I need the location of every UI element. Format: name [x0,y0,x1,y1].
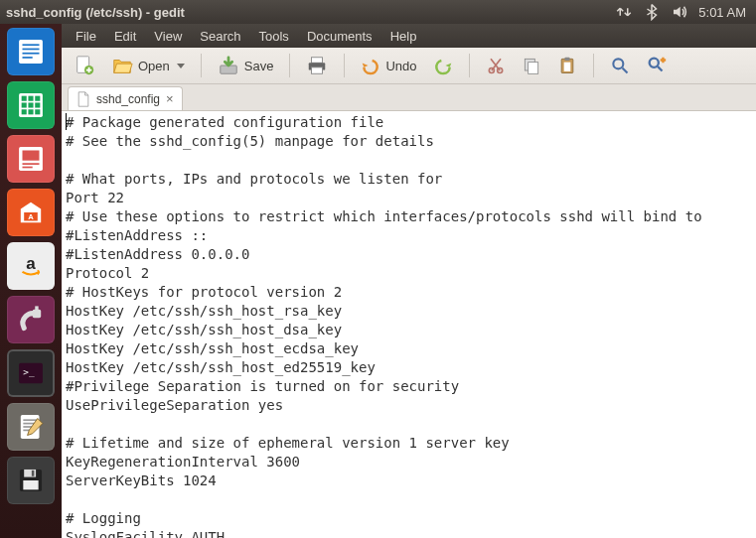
menu-view[interactable]: View [148,27,188,46]
launcher-writer[interactable] [7,28,55,75]
svg-text:>_: >_ [23,366,35,377]
svg-rect-11 [35,102,40,107]
redo-button[interactable] [429,54,457,77]
svg-rect-10 [28,102,33,107]
svg-rect-7 [28,96,33,101]
open-label: Open [138,59,170,73]
svg-point-48 [613,59,623,68]
bluetooth-icon[interactable] [643,3,661,21]
paste-button[interactable] [553,54,581,77]
gedit-window: File Edit View Search Tools Documents He… [62,24,756,538]
svg-point-49 [649,59,658,67]
menu-documents[interactable]: Documents [301,27,378,46]
svg-rect-47 [563,63,570,71]
open-dropdown-caret-icon[interactable] [177,64,185,68]
svg-rect-0 [19,40,43,64]
tab-label: sshd_config [96,92,160,106]
toolbar-separator [593,54,594,77]
svg-rect-4 [23,57,33,59]
tab-bar: sshd_config × [62,84,756,111]
launcher-gedit[interactable] [7,403,55,451]
svg-rect-44 [528,63,537,74]
menubar: File Edit View Search Tools Documents He… [62,24,756,48]
svg-rect-14 [35,109,40,114]
menu-search[interactable]: Search [194,27,246,46]
svg-text:a: a [26,254,36,273]
volume-icon[interactable] [671,3,688,21]
svg-rect-13 [28,109,33,114]
system-tray: 5:01 AM [615,3,756,21]
cut-button[interactable] [482,54,510,77]
svg-rect-34 [23,480,38,489]
copy-button[interactable] [518,54,545,77]
svg-rect-1 [23,44,40,46]
svg-rect-12 [22,109,27,114]
window-title: sshd_config (/etc/ssh) - gedit [6,5,185,20]
svg-rect-9 [22,102,27,107]
menu-help[interactable]: Help [384,27,423,46]
save-button[interactable]: Save [214,53,278,78]
svg-rect-16 [23,151,40,161]
undo-label: Undo [385,59,416,73]
svg-rect-27 [23,419,37,421]
svg-rect-23 [35,306,38,311]
svg-rect-17 [23,163,40,165]
network-icon[interactable] [615,3,633,21]
launcher-settings[interactable] [7,296,55,343]
svg-rect-6 [22,96,27,101]
svg-text:A: A [28,212,34,221]
launcher-calc[interactable] [7,81,55,129]
top-panel: sshd_config (/etc/ssh) - gedit 5:01 AM [0,0,756,24]
menu-tools[interactable]: Tools [253,27,295,46]
find-button[interactable] [606,54,634,77]
open-button[interactable]: Open [107,53,189,78]
svg-rect-3 [23,53,40,55]
toolbar-separator [289,54,290,77]
print-button[interactable] [302,53,332,78]
svg-rect-40 [312,67,323,73]
svg-rect-8 [35,96,40,101]
toolbar-separator [344,54,345,77]
save-label: Save [244,59,274,73]
launcher-terminal[interactable]: >_ [7,349,55,397]
svg-rect-33 [32,471,35,476]
text-editor[interactable]: # Package generated configuration file #… [62,111,756,538]
unity-launcher: A a >_ [0,24,62,538]
launcher-software-center[interactable]: A [7,189,55,236]
clock[interactable]: 5:01 AM [698,5,746,20]
svg-rect-46 [564,58,569,61]
new-file-button[interactable] [70,53,99,78]
toolbar: Open Save Undo [62,48,756,84]
launcher-floppy[interactable] [7,457,55,504]
file-icon [76,91,90,107]
toolbar-separator [201,54,202,77]
find-replace-button[interactable] [642,53,672,78]
launcher-amazon[interactable]: a [7,242,55,290]
svg-rect-18 [23,167,33,169]
tab-close-icon[interactable]: × [166,91,174,106]
menu-edit[interactable]: Edit [108,27,142,46]
toolbar-separator [469,54,470,77]
undo-button[interactable]: Undo [357,54,420,77]
svg-rect-2 [23,49,40,51]
svg-rect-38 [312,58,323,64]
menu-file[interactable]: File [70,27,102,46]
tab-sshd-config[interactable]: sshd_config × [68,86,183,110]
launcher-impress[interactable] [7,135,55,183]
